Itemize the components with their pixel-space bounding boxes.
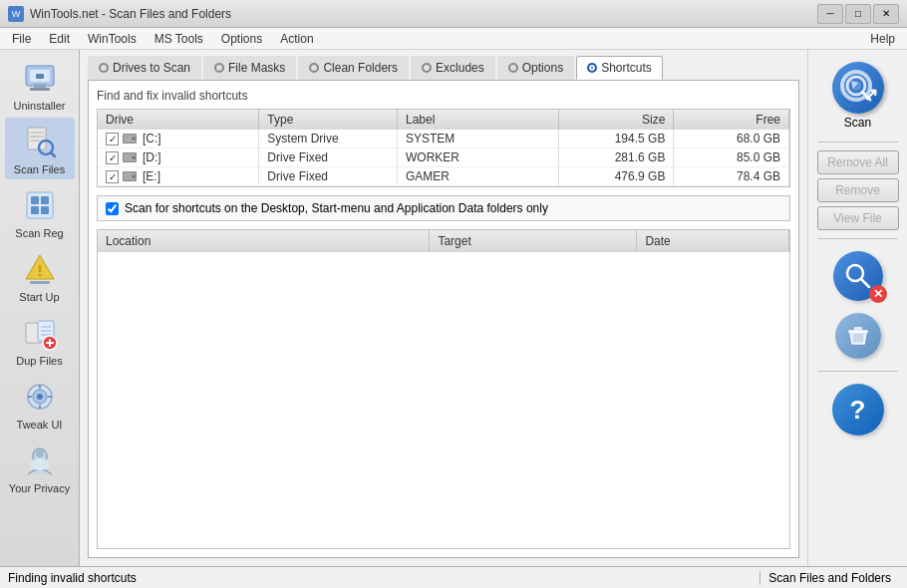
svg-rect-11 — [27, 192, 53, 218]
svg-rect-7 — [30, 136, 44, 138]
svg-rect-13 — [41, 196, 49, 204]
tab-options[interactable]: Options — [497, 56, 574, 80]
drive-size-e: 476.9 GB — [558, 167, 674, 186]
tab-clean-folders[interactable]: Clean Folders — [298, 56, 409, 80]
svg-rect-2 — [34, 84, 46, 88]
sidebar-item-scanfiles[interactable]: Scan Files — [5, 118, 75, 179]
scan-folders-checkbox[interactable] — [106, 202, 119, 215]
svg-point-43 — [133, 156, 136, 159]
drive-free-d: 85.0 GB — [674, 148, 789, 167]
col-header-size: Size — [558, 110, 674, 130]
svg-point-37 — [30, 458, 50, 470]
drive-size-d: 281.6 GB — [558, 148, 674, 167]
tab-drives-to-scan[interactable]: Drives to Scan — [88, 56, 201, 80]
close-button[interactable]: ✕ — [873, 4, 899, 24]
col-header-location: Location — [98, 230, 430, 252]
tab-shortcuts[interactable]: Shortcuts — [576, 56, 663, 80]
tab-excludes[interactable]: Excludes — [411, 56, 495, 80]
menu-mstools[interactable]: MS Tools — [147, 30, 211, 48]
tab-label-options: Options — [522, 61, 563, 75]
status-text-left: Finding invalid shortcuts — [8, 571, 752, 585]
svg-rect-6 — [30, 132, 44, 134]
col-header-type: Type — [259, 110, 398, 130]
view-file-button[interactable]: View File — [817, 206, 899, 230]
drive-size-c: 194.5 GB — [558, 130, 674, 148]
tab-bar: Drives to Scan File Masks Clean Folders … — [80, 50, 807, 80]
sidebar-item-uninstaller[interactable]: Uninstaller — [5, 54, 75, 116]
col-header-drive: Drive — [98, 110, 259, 130]
sidebar-item-scanreg[interactable]: Scan Reg — [5, 181, 75, 243]
svg-point-30 — [37, 394, 43, 400]
tab-radio-options — [508, 63, 518, 73]
svg-line-51 — [861, 279, 869, 287]
svg-point-47 — [847, 77, 865, 95]
menu-help[interactable]: Help — [862, 30, 903, 48]
drive-hdd-icon-e — [123, 169, 139, 183]
menu-wintools[interactable]: WinTools — [80, 30, 145, 48]
svg-rect-5 — [28, 128, 46, 149]
separator-1 — [818, 142, 898, 143]
drive-hdd-icon-d — [123, 150, 139, 164]
scan-icon: ↗ — [832, 62, 884, 114]
statusbar: Finding invalid shortcuts Scan Files and… — [0, 566, 907, 588]
sidebar-label-scanfiles: Scan Files — [14, 163, 65, 175]
maximize-button[interactable]: □ — [845, 4, 871, 24]
table-row[interactable]: [E:] Drive Fixed GAMER 476.9 GB 78.4 GB — [98, 167, 789, 186]
main-panel: Find and fix invalid shortcuts Drive Typ… — [88, 80, 799, 558]
scan-folders-option[interactable]: Scan for shortcuts on the Desktop, Start… — [97, 195, 790, 221]
scan-folders-label: Scan for shortcuts on the Desktop, Start… — [125, 201, 548, 215]
tab-radio-cleanfolders — [309, 63, 319, 73]
menu-edit[interactable]: Edit — [41, 30, 78, 48]
svg-rect-15 — [41, 206, 49, 214]
menu-options[interactable]: Options — [213, 30, 270, 48]
menu-action[interactable]: Action — [272, 30, 321, 48]
sidebar-item-startup[interactable]: Start Up — [5, 245, 75, 307]
tab-file-masks[interactable]: File Masks — [203, 56, 296, 80]
drives-table: Drive Type Label Size Free — [97, 109, 790, 187]
svg-line-10 — [51, 152, 55, 156]
drive-checkbox-d[interactable] — [106, 151, 119, 164]
remove-all-button[interactable]: Remove All — [817, 150, 899, 174]
svg-point-18 — [38, 274, 41, 277]
drive-letter-e: [E:] — [143, 169, 160, 183]
help-button[interactable]: ? — [832, 384, 884, 436]
scan-button[interactable]: ↗ Scan — [817, 58, 899, 134]
right-panel: ↗ Scan Remove All Remove View File ✕ — [807, 50, 907, 566]
dupfiles-icon — [20, 313, 60, 353]
remove-button[interactable]: Remove — [817, 178, 899, 202]
tab-label-shortcuts: Shortcuts — [601, 61, 652, 75]
sidebar-item-privacy[interactable]: Your Privacy — [5, 437, 75, 498]
drive-letter-d: [D:] — [143, 150, 161, 164]
tab-radio-filemasks — [214, 63, 224, 73]
help-icon: ? — [850, 395, 866, 426]
table-row[interactable]: [C:] System Drive SYSTEM 194.5 GB 68.0 G… — [98, 130, 789, 148]
menu-file[interactable]: File — [4, 30, 39, 48]
startup-icon — [20, 249, 60, 289]
scan-label: Scan — [844, 116, 871, 130]
sidebar-label-uninstaller: Uninstaller — [14, 100, 66, 112]
separator-3 — [818, 371, 898, 372]
sidebar-item-tweakui[interactable]: Tweak UI — [5, 373, 75, 435]
results-tbody — [98, 252, 789, 432]
svg-rect-8 — [30, 140, 40, 142]
titlebar: W WinTools.net - Scan Files and Folders … — [0, 0, 907, 28]
drive-cell-d: [D:] — [98, 148, 259, 167]
drive-checkbox-c[interactable] — [106, 133, 119, 146]
drive-label-c: SYSTEM — [398, 130, 559, 148]
app-icon: W — [8, 6, 24, 22]
svg-point-48 — [851, 81, 861, 91]
drive-label-e: GAMER — [398, 167, 559, 186]
svg-point-36 — [36, 449, 44, 457]
drive-checkbox-e[interactable] — [106, 170, 119, 183]
tab-label-cleanfolders: Clean Folders — [323, 61, 398, 75]
col-header-target: Target — [430, 230, 637, 252]
status-text-right: Scan Files and Folders — [768, 571, 899, 585]
recycle-icon — [835, 313, 881, 359]
remove-x-icon: ✕ — [869, 285, 887, 303]
minimize-button[interactable]: ─ — [817, 4, 843, 24]
sidebar-item-dupfiles[interactable]: Dup Files — [5, 309, 75, 371]
tab-label-filemasks: File Masks — [228, 61, 285, 75]
table-row[interactable]: [D:] Drive Fixed WORKER 281.6 GB 85.0 GB — [98, 148, 789, 167]
main-container: Uninstaller Scan Files — [0, 50, 907, 566]
sidebar-label-tweakui: Tweak UI — [17, 419, 63, 431]
